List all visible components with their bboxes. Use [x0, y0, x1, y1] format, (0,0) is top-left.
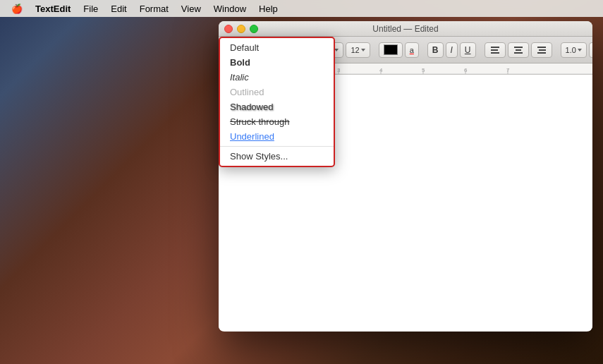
text-color-icon: a: [410, 46, 414, 54]
font-size-dropdown[interactable]: 12: [346, 42, 370, 58]
popup-item-underlined[interactable]: Underlined: [220, 129, 334, 144]
color-swatch: [384, 44, 398, 55]
popup-item-bold[interactable]: Bold: [220, 55, 334, 70]
menubar-help[interactable]: Help: [253, 2, 284, 16]
popup-item-struck[interactable]: Struck through: [220, 114, 334, 129]
align-left-button[interactable]: [485, 42, 506, 58]
align-left-icon: [489, 45, 501, 55]
menubar: 🍎 TextEdit File Edit Format View Window …: [0, 0, 603, 17]
bold-button[interactable]: B: [427, 42, 444, 58]
popup-default-label: Default: [230, 42, 259, 53]
popup-item-italic[interactable]: Italic: [220, 70, 334, 85]
titlebar: Untitled — Edited: [219, 21, 592, 37]
style-chevron-icon: [334, 49, 339, 51]
bold-label: B: [432, 45, 439, 55]
line-spacing-label: 1.0: [566, 46, 576, 54]
minimize-button[interactable]: [237, 25, 245, 33]
align-right-icon: [536, 45, 547, 55]
apple-icon: 🍎: [11, 4, 23, 14]
popup-bold-label: Bold: [230, 57, 250, 68]
align-center-icon: [513, 45, 524, 55]
list-button[interactable]: [589, 42, 592, 58]
popup-separator: [220, 146, 334, 147]
window-title: Untitled — Edited: [372, 24, 438, 34]
menubar-format[interactable]: Format: [134, 2, 174, 16]
menubar-edit[interactable]: Edit: [105, 2, 132, 16]
popup-italic-label: Italic: [230, 72, 249, 83]
apple-menu[interactable]: 🍎: [6, 2, 28, 16]
popup-item-default[interactable]: Default: [220, 40, 334, 55]
popup-show-styles-label: Show Styles...: [230, 151, 288, 162]
font-style-popup: Default Bold Italic Outlined Shadowed St…: [219, 37, 335, 167]
popup-underlined-label: Underlined: [230, 131, 274, 142]
line-spacing-dropdown[interactable]: 1.0: [561, 42, 587, 58]
size-chevron-icon: [361, 49, 365, 51]
popup-struck-label: Struck through: [230, 116, 290, 127]
menubar-textedit[interactable]: TextEdit: [30, 2, 76, 16]
popup-show-styles[interactable]: Show Styles...: [220, 149, 334, 164]
underline-button[interactable]: U: [460, 42, 476, 58]
menubar-view[interactable]: View: [176, 2, 207, 16]
text-color-button[interactable]: a: [405, 42, 419, 58]
menubar-file[interactable]: File: [78, 2, 104, 16]
italic-label: I: [451, 45, 453, 55]
spacing-chevron-icon: [578, 49, 582, 51]
maximize-button[interactable]: [250, 25, 258, 33]
underline-label: U: [465, 45, 471, 55]
popup-item-shadowed[interactable]: Shadowed: [220, 99, 334, 114]
popup-outlined-label: Outlined: [230, 87, 264, 97]
italic-button[interactable]: I: [446, 42, 458, 58]
align-right-button[interactable]: [531, 42, 552, 58]
menubar-window[interactable]: Window: [208, 2, 252, 16]
close-button[interactable]: [224, 25, 233, 33]
popup-shadowed-label: Shadowed: [230, 102, 273, 112]
align-center-button[interactable]: [508, 42, 529, 58]
color-button[interactable]: [379, 42, 403, 58]
font-size-label: 12: [351, 46, 359, 54]
popup-item-outlined[interactable]: Outlined: [220, 85, 334, 99]
traffic-lights: [224, 25, 258, 33]
